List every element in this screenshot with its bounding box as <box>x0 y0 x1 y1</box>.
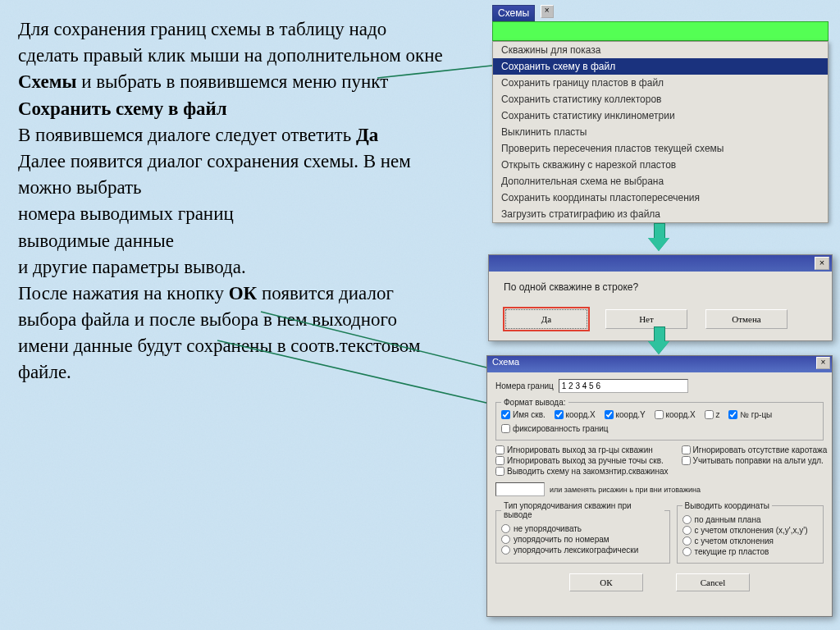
cb-well-name[interactable]: Имя скв. <box>501 410 546 419</box>
menu-item[interactable]: Сохранить статистику коллекторов <box>493 91 828 107</box>
instr-line: В появившемся диалоге следует ответить <box>18 125 356 145</box>
instr-bold-ok: ОК <box>229 283 258 304</box>
cb-ignore-no-log[interactable]: Игнорировать отсутствие каротажа <box>682 445 828 454</box>
titlebar: × <box>489 255 832 272</box>
cb-boundary-no[interactable]: № гр-цы <box>728 410 772 419</box>
radio-crd-plan[interactable]: по данным плана <box>682 515 818 524</box>
save-scheme-dialog: Схема × Номера границ Формат вывода: Имя… <box>486 355 833 617</box>
down-arrow-icon <box>648 326 669 354</box>
cb-ignore-out-wells[interactable]: Игнорировать выход за гр-цы скважин <box>495 445 653 454</box>
close-icon[interactable]: × <box>816 357 830 369</box>
context-menu[interactable]: Скважины для показаСохранить схему в фай… <box>492 41 829 223</box>
legend-coord: Выводить координаты <box>682 501 772 510</box>
close-icon[interactable]: × <box>541 5 554 18</box>
instruction-text: Для сохранения границ схемы в таблицу на… <box>18 16 445 386</box>
menu-item[interactable]: Сохранить статистику инклинометрии <box>493 107 828 124</box>
instr-line: Далее появится диалог сохранения схемы. … <box>18 151 411 198</box>
radio-crd-incl2[interactable]: с учетом отклонения <box>682 536 818 546</box>
cancel-button[interactable]: Отмена <box>705 309 788 329</box>
menu-item[interactable]: Скважины для показа <box>493 42 828 58</box>
titlebar: Схема × <box>487 356 832 372</box>
label-or-replace: или заменять рисажин ь при вни итоважина <box>550 486 701 494</box>
cb-ignore-out-hand[interactable]: Игнорировать выход за ручные точы скв. <box>495 456 664 465</box>
label-boundary-numbers: Номера границ <box>495 381 554 390</box>
menu-item[interactable]: Сохранить границу пластов в файл <box>493 75 828 91</box>
menu-item[interactable]: Дополнительная схема не выбрана <box>493 173 828 189</box>
sort-group: Тип упорядочивания скважин при выводе не… <box>495 501 670 564</box>
menu-item[interactable]: Открыть скважину с нарезкой пластов <box>493 157 828 173</box>
radio-crd-incl[interactable]: с учетом отклонения (x,y',x,y') <box>682 526 818 535</box>
cb-coord-x2[interactable]: коорд.X <box>655 410 696 419</box>
down-arrow-icon <box>648 223 669 251</box>
legend-sort: Тип упорядочивания скважин при выводе <box>501 501 664 519</box>
boundary-numbers-input[interactable] <box>559 379 688 393</box>
context-menu-panel: Схемы × Скважины для показаСохранить схе… <box>492 5 829 223</box>
instr-bold-yes: Да <box>356 125 378 145</box>
cb-out-closed-wells[interactable]: Выводить схему на закомзнтир.скважинах <box>495 467 669 476</box>
coord-group: Выводить координаты по данным плана с уч… <box>677 501 824 564</box>
instr-bold-schemas: Схемы <box>18 71 76 92</box>
radio-crd-current[interactable]: текущие гр пластов <box>682 547 818 556</box>
instr-bold-save: Сохранить схему в файл <box>18 98 227 119</box>
menu-item[interactable]: Выклинить пласты <box>493 124 828 140</box>
green-strip <box>492 21 829 41</box>
cb-z[interactable]: z <box>705 410 720 419</box>
dialog-message: По одной скважине в строке? <box>489 272 832 303</box>
cancel-button[interactable]: Cancel <box>676 573 750 591</box>
instr-line: и другие параметры вывода. <box>18 257 246 277</box>
cb-corr-altitude[interactable]: Учитывать поправки на альти удл. <box>682 456 824 465</box>
radio-sort-num[interactable]: упорядочить по номерам <box>501 535 664 544</box>
cb-coord-x[interactable]: коорд.X <box>555 410 596 419</box>
cb-fixed-boundaries[interactable]: фиксированность границ <box>501 424 609 433</box>
radio-sort-none[interactable]: не упорядочивать <box>501 524 664 533</box>
menu-item[interactable]: Проверить пересечения пластов текущей сх… <box>493 140 828 157</box>
output-format-group: Формат вывода: Имя скв. коорд.X коорд.Y … <box>495 398 824 441</box>
menu-item[interactable]: Сохранить схему в файл <box>493 58 828 75</box>
instr-line: После нажатия на кнопку <box>18 283 229 304</box>
replace-value-input[interactable] <box>495 482 545 496</box>
ok-button[interactable]: ОК <box>569 573 643 591</box>
menu-item[interactable]: Сохранить координаты пластопересечения <box>493 189 828 206</box>
no-button[interactable]: Нет <box>605 309 687 329</box>
instr-line: Для сохранения границ схемы в таблицу на… <box>18 19 443 66</box>
close-icon[interactable]: × <box>815 257 829 270</box>
window-title: Схемы <box>492 5 535 21</box>
instr-line: и выбрать в появившемся меню пункт <box>81 71 388 92</box>
instr-line: выводимые данные <box>18 231 174 251</box>
radio-sort-lex[interactable]: упорядочить лексикографически <box>501 546 664 555</box>
cb-coord-y[interactable]: коорд.Y <box>605 410 646 419</box>
dialog-title: Схема <box>492 357 519 367</box>
legend-format: Формат вывода: <box>501 398 568 407</box>
yes-button[interactable]: Да <box>505 309 587 329</box>
menu-item[interactable]: Загрузить стратиграфию из файла <box>493 206 828 222</box>
instr-line: номера выводимых границ <box>18 203 234 224</box>
